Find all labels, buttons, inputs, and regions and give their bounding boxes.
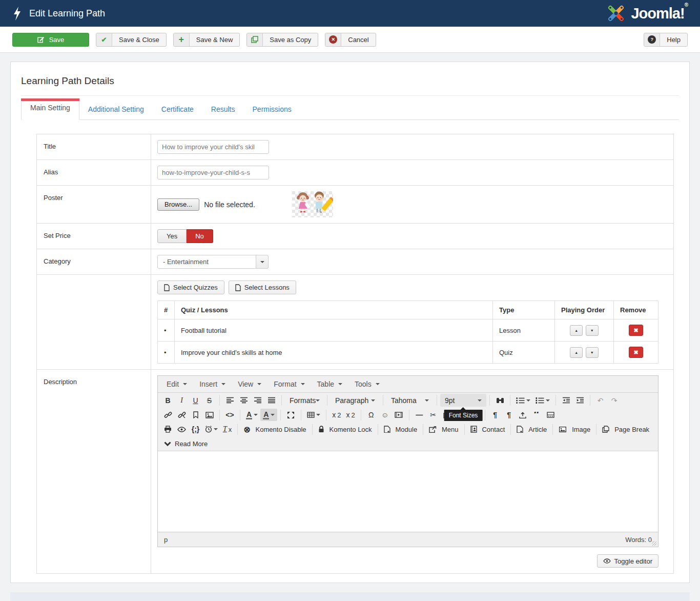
horizontal-rule-button[interactable]: — (413, 409, 426, 421)
tab-additional-setting[interactable]: Additional Setting (79, 98, 153, 120)
menu-format[interactable]: Format (267, 377, 311, 391)
komento-disable-button[interactable]: ⊗ Komento Disable (241, 423, 308, 435)
italic-button[interactable]: I (175, 394, 189, 407)
move-down-button[interactable]: ▼ (586, 325, 599, 336)
align-right-button[interactable] (251, 394, 264, 407)
align-justify-button[interactable] (264, 394, 278, 407)
tab-certificate[interactable]: Certificate (153, 98, 202, 120)
editor-content[interactable] (158, 451, 658, 532)
menu-tools[interactable]: Tools (348, 377, 386, 391)
move-down-button[interactable]: ▼ (586, 347, 599, 358)
paragraph-ltr-button[interactable]: ¶ (488, 409, 502, 421)
toggle-editor-button[interactable]: Toggle editor (597, 554, 658, 568)
remove-button[interactable]: ✖ (629, 325, 643, 336)
cancel-button[interactable]: ✕ Cancel (325, 33, 376, 47)
table-icon (307, 412, 315, 418)
indent-button[interactable] (573, 394, 587, 407)
insert-table-button[interactable] (304, 409, 323, 421)
remove-button[interactable]: ✖ (629, 347, 643, 358)
category-caret-button[interactable] (256, 255, 269, 269)
strikethrough-button[interactable]: S (202, 394, 216, 407)
align-center-button[interactable] (237, 394, 251, 407)
browse-button[interactable]: Browse... (157, 198, 199, 211)
alias-input[interactable] (157, 166, 269, 179)
page-break-button[interactable]: Page Break (600, 423, 652, 435)
remove-link-button[interactable] (175, 409, 189, 421)
paragraph-rtl-button[interactable]: ¶ (502, 409, 516, 421)
chevron-down-icon (425, 399, 429, 402)
clear-formatting-button[interactable]: Tx (220, 423, 234, 435)
bold-button[interactable]: B (161, 394, 175, 407)
chevron-down-icon (316, 399, 320, 402)
underline-button[interactable]: U (189, 394, 202, 407)
anchor-button[interactable] (189, 409, 202, 421)
form-row-set-price: Set Price Yes No (37, 224, 673, 249)
category-value[interactable]: - Entertainment (157, 255, 256, 269)
element-path[interactable]: p (164, 536, 168, 544)
align-left-button[interactable] (223, 394, 237, 407)
insert-joomla-image-button[interactable]: Image (556, 423, 593, 435)
row-title: Improve your child's skills at home (175, 342, 493, 364)
registered-mark: ® (685, 2, 688, 8)
code-sample-button[interactable]: {;} (189, 423, 202, 435)
text-color-button[interactable]: A (243, 409, 260, 421)
preview-button[interactable] (175, 423, 189, 435)
redo-button[interactable]: ↷ (607, 394, 621, 407)
insert-menu-button[interactable]: Menu (426, 423, 461, 435)
insert-link-button[interactable] (161, 409, 175, 421)
select-quizzes-button[interactable]: Select Quizzes (157, 281, 224, 294)
insert-image-button[interactable] (202, 409, 216, 421)
category-select[interactable]: - Entertainment (157, 255, 269, 269)
menu-view[interactable]: View (232, 377, 267, 391)
insert-media-button[interactable] (392, 409, 406, 421)
undo-button[interactable]: ↶ (593, 394, 607, 407)
fullscreen-button[interactable] (284, 409, 298, 421)
superscript-button[interactable]: x2 (343, 409, 357, 421)
resize-grip[interactable] (652, 541, 656, 546)
price-yes-button[interactable]: Yes (157, 229, 187, 243)
form-row-category: Category - Entertainment (37, 249, 673, 275)
tab-main-setting[interactable]: Main Setting (21, 98, 79, 120)
special-character-button[interactable]: Ω (364, 409, 378, 421)
restore-draft-button[interactable] (516, 409, 530, 421)
save-copy-button[interactable]: Save as Copy (246, 33, 318, 47)
font-size-select[interactable]: 9pt Font Sizes (440, 394, 486, 407)
menu-edit[interactable]: Edit (160, 377, 193, 391)
align-center-icon (240, 397, 248, 404)
help-button[interactable]: ? Help (644, 33, 688, 47)
paragraph-select[interactable]: Paragraph (331, 394, 380, 407)
save-new-button[interactable]: + Save & New (173, 33, 240, 47)
bullet-list-button[interactable] (513, 394, 533, 407)
print-button[interactable] (161, 423, 175, 435)
insert-article-button[interactable]: Article (514, 423, 549, 435)
save-button[interactable]: Save (12, 33, 89, 47)
outdent-button[interactable] (559, 394, 573, 407)
subscript-button[interactable]: x2 (330, 409, 343, 421)
move-up-button[interactable]: ▲ (570, 325, 583, 336)
background-color-button[interactable]: A (260, 409, 277, 421)
price-no-button[interactable]: No (187, 229, 213, 243)
source-code-button[interactable]: <> (223, 409, 237, 421)
numbered-list-button[interactable] (533, 394, 552, 407)
insert-datetime-button[interactable] (202, 423, 220, 435)
blockquote-button[interactable]: “ (530, 409, 544, 421)
find-replace-button[interactable] (493, 394, 507, 407)
select-lessons-button[interactable]: Select Lessons (229, 281, 296, 294)
cut-button[interactable]: ✂ (426, 409, 440, 421)
title-input[interactable] (157, 140, 269, 154)
form-row-alias: Alias (37, 160, 673, 186)
font-family-select[interactable]: Tahoma (386, 394, 434, 407)
read-more-button[interactable]: Read More (161, 437, 211, 450)
save-close-button[interactable]: ✔ Save & Close (96, 33, 167, 47)
move-up-button[interactable]: ▲ (570, 347, 583, 358)
tab-permissions[interactable]: Permissions (244, 98, 300, 120)
menu-table[interactable]: Table (311, 377, 348, 391)
insert-contact-button[interactable]: Contact (468, 423, 508, 435)
tab-results[interactable]: Results (202, 98, 244, 120)
template-button[interactable] (544, 409, 558, 421)
menu-insert[interactable]: Insert (193, 377, 232, 391)
formats-select[interactable]: Formats (285, 394, 324, 407)
emoticons-button[interactable]: ☺ (378, 409, 392, 421)
insert-module-button[interactable]: Module (381, 423, 420, 435)
komento-lock-button[interactable]: Komento Lock (316, 423, 375, 435)
